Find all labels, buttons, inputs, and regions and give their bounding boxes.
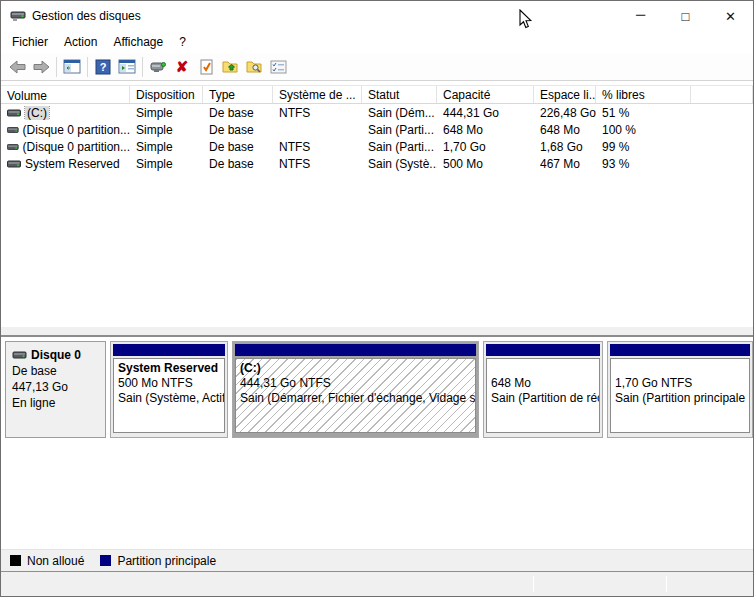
cell-capacite: 500 Mo [437, 157, 534, 171]
cell-statut: Sain (Systè... [362, 157, 437, 171]
partition-color-bar [610, 344, 750, 356]
toolbar-separator [142, 57, 143, 77]
show-action-pane-icon[interactable] [115, 55, 139, 79]
disk-size: 447,13 Go [12, 379, 101, 395]
cell-volume: (C:) [1, 106, 130, 120]
status-divider [533, 576, 534, 592]
folder-up-icon[interactable] [218, 55, 242, 79]
volume-list: Volume Disposition Type Système de ... S… [1, 81, 753, 327]
app-disk-icon [10, 9, 26, 23]
folder-search-icon[interactable] [242, 55, 266, 79]
disk-management-window: Gestion des disques ─ □ ✕ Fichier Action… [0, 0, 754, 597]
volume-disk-icon [7, 142, 19, 152]
forward-icon[interactable] [29, 55, 53, 79]
cell-pct-libres: 93 % [596, 157, 691, 171]
column-header-filesystem[interactable]: Système de ... [273, 86, 362, 103]
cell-filesystem: NTFS [273, 140, 362, 154]
cell-espace-libre: 226,48 Go [534, 106, 596, 120]
table-row[interactable]: System Reserved Simple De base NTFS Sain… [1, 155, 753, 172]
partition-status: Sain (Partition de réc [491, 391, 599, 406]
status-divider [666, 576, 667, 592]
show-console-tree-icon[interactable] [60, 55, 84, 79]
toolbar-separator [56, 57, 57, 77]
minimize-button[interactable]: ─ [618, 1, 663, 31]
close-icon: ✕ [725, 9, 736, 24]
volume-disk-icon [7, 159, 21, 169]
disk-status: En ligne [12, 395, 101, 411]
volume-list-header: Volume Disposition Type Système de ... S… [1, 85, 753, 104]
column-header-empty[interactable] [691, 86, 753, 103]
table-row[interactable]: (Disque 0 partition... Simple De base Sa… [1, 121, 753, 138]
title-bar: Gestion des disques ─ □ ✕ [1, 1, 753, 31]
table-row[interactable]: (C:) Simple De base NTFS Sain (Dém... 44… [1, 104, 753, 121]
volume-name: System Reserved [25, 157, 120, 171]
column-header-capacite[interactable]: Capacité [437, 86, 534, 103]
partition-size: 444,31 Go NTFS [240, 376, 475, 391]
volume-name: (Disque 0 partition... [23, 140, 130, 154]
legend-label: Partition principale [117, 554, 216, 568]
cell-pct-libres: 51 % [596, 106, 691, 120]
menu-help[interactable]: ? [171, 32, 194, 52]
column-header-statut[interactable]: Statut [362, 86, 437, 103]
cell-type: De base [203, 123, 273, 137]
cell-capacite: 648 Mo [437, 123, 534, 137]
properties-icon[interactable] [266, 55, 290, 79]
partition-status: Sain (Système, Actif [118, 391, 224, 406]
rescan-disks-icon[interactable] [146, 55, 170, 79]
check-document-icon[interactable] [194, 55, 218, 79]
partitions: System Reserved 500 Mo NTFS Sain (Systèm… [110, 341, 753, 438]
cell-type: De base [203, 140, 273, 154]
cell-statut: Sain (Parti... [362, 140, 437, 154]
graphical-view: Disque 0 De base 447,13 Go En ligne Syst… [1, 337, 753, 549]
cell-pct-libres: 100 % [596, 123, 691, 137]
partition-size: 500 Mo NTFS [118, 376, 224, 391]
toolbar-separator [87, 57, 88, 77]
maximize-icon: □ [682, 9, 690, 24]
cell-disposition: Simple [130, 106, 203, 120]
partition-recovery[interactable]: 648 Mo Sain (Partition de réc [483, 341, 603, 438]
disk-0-info[interactable]: Disque 0 De base 447,13 Go En ligne [5, 341, 106, 438]
toolbar: ? ✘ [1, 53, 753, 81]
back-icon[interactable] [5, 55, 29, 79]
menu-action[interactable]: Action [56, 32, 105, 52]
partition-system-reserved[interactable]: System Reserved 500 Mo NTFS Sain (Systèm… [110, 341, 228, 438]
column-header-pct-libres[interactable]: % libres [596, 86, 691, 103]
partition-status: Sain (Démarrer, Fichier d'échange, Vidag… [240, 391, 475, 406]
cell-filesystem: NTFS [273, 157, 362, 171]
partition-size: 1,70 Go NTFS [615, 376, 749, 391]
partition-title: (C:) [240, 361, 475, 376]
partition-size: 648 Mo [491, 376, 599, 391]
help-icon[interactable]: ? [91, 55, 115, 79]
partition-title [491, 361, 599, 376]
cell-volume: (Disque 0 partition... [1, 140, 130, 154]
partition-color-bar [235, 344, 476, 356]
partition-primary[interactable]: 1,70 Go NTFS Sain (Partition principale [607, 341, 753, 438]
legend-bar: Non alloué Partition principale [1, 549, 753, 572]
cell-espace-libre: 1,68 Go [534, 140, 596, 154]
volume-name: (C:) [25, 106, 49, 120]
delete-glyph: ✘ [176, 59, 189, 74]
cell-pct-libres: 99 % [596, 140, 691, 154]
column-header-type[interactable]: Type [203, 86, 273, 103]
legend-unallocated: Non alloué [10, 554, 84, 568]
delete-volume-icon[interactable]: ✘ [170, 55, 194, 79]
column-header-disposition[interactable]: Disposition [130, 86, 203, 103]
column-header-volume[interactable]: Volume [1, 86, 130, 103]
primary-partition-swatch-icon [100, 555, 111, 566]
cell-statut: Sain (Parti... [362, 123, 437, 137]
menu-fichier[interactable]: Fichier [4, 32, 56, 52]
window-title: Gestion des disques [32, 9, 141, 23]
table-row[interactable]: (Disque 0 partition... Simple De base NT… [1, 138, 753, 155]
column-header-espace-libre[interactable]: Espace li... [534, 86, 596, 103]
disk-type: De base [12, 363, 101, 379]
unallocated-swatch-icon [10, 555, 21, 566]
cell-capacite: 1,70 Go [437, 140, 534, 154]
close-button[interactable]: ✕ [708, 1, 753, 31]
menu-affichage[interactable]: Affichage [105, 32, 171, 52]
partition-color-bar [486, 344, 600, 356]
maximize-button[interactable]: □ [663, 1, 708, 31]
partition-title: System Reserved [118, 361, 224, 376]
partition-c[interactable]: (C:) 444,31 Go NTFS Sain (Démarrer, Fich… [232, 341, 479, 438]
pane-splitter[interactable] [1, 327, 753, 337]
cell-disposition: Simple [130, 140, 203, 154]
